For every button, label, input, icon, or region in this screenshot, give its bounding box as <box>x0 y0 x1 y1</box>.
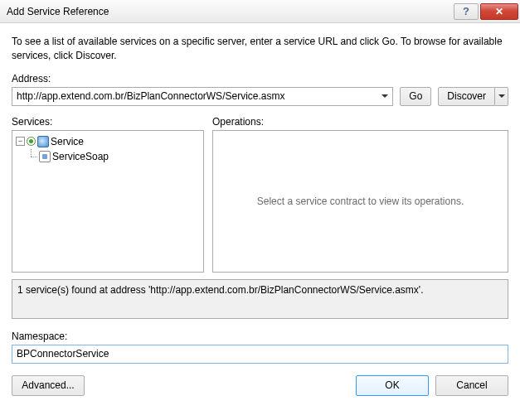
discover-button-label: Discover <box>447 90 486 102</box>
go-button[interactable]: Go <box>400 87 431 106</box>
chevron-down-icon <box>498 94 505 98</box>
address-dropdown-button[interactable] <box>377 88 392 105</box>
namespace-label: Namespace: <box>12 331 508 342</box>
status-text: 1 service(s) found at address 'http://ap… <box>17 284 423 296</box>
discover-dropdown-button[interactable] <box>495 87 508 106</box>
chevron-down-icon <box>381 94 388 98</box>
window-title: Add Service Reference <box>7 6 452 17</box>
close-button[interactable]: ✕ <box>480 3 518 20</box>
status-box: 1 service(s) found at address 'http://ap… <box>12 279 508 319</box>
ok-button[interactable]: OK <box>356 375 429 396</box>
help-button[interactable]: ? <box>454 3 479 20</box>
go-button-label: Go <box>409 90 422 102</box>
dialog-content: To see a list of available services on a… <box>0 23 520 406</box>
cancel-button-label: Cancel <box>456 379 487 391</box>
tree-expander-icon[interactable]: − <box>16 137 25 146</box>
tree-node-label: ServiceSoap <box>52 151 109 162</box>
close-icon: ✕ <box>495 6 503 17</box>
panes-row: Services: − Service ServiceSoap Operatio… <box>12 116 508 273</box>
endpoint-icon <box>39 151 51 162</box>
operations-placeholder: Select a service contract to view its op… <box>216 134 504 268</box>
services-label: Services: <box>12 116 204 128</box>
service-icon <box>37 136 49 147</box>
tree-node-service[interactable]: − Service <box>16 134 200 149</box>
namespace-input[interactable] <box>12 345 508 364</box>
services-tree[interactable]: − Service ServiceSoap <box>12 130 204 273</box>
services-column: Services: − Service ServiceSoap <box>12 116 204 273</box>
address-label: Address: <box>12 73 508 84</box>
advanced-button-label: Advanced... <box>22 379 74 391</box>
discover-split-button[interactable]: Discover <box>438 87 508 106</box>
address-input[interactable] <box>12 88 377 105</box>
advanced-button[interactable]: Advanced... <box>12 375 85 396</box>
ok-button-label: OK <box>385 379 399 391</box>
address-row: Go Discover <box>12 87 508 106</box>
address-combo[interactable] <box>12 87 393 106</box>
footer-row: Advanced... OK Cancel <box>12 375 508 396</box>
tree-connector-icon <box>27 149 37 164</box>
operations-label: Operations: <box>212 116 508 128</box>
discover-button[interactable]: Discover <box>438 87 495 106</box>
tree-node-servicesoap[interactable]: ServiceSoap <box>16 149 200 164</box>
operations-list[interactable]: Select a service contract to view its op… <box>212 130 508 273</box>
radio-selected-icon <box>27 137 36 146</box>
operations-column: Operations: Select a service contract to… <box>212 116 508 273</box>
tree-node-label: Service <box>51 136 84 147</box>
cancel-button[interactable]: Cancel <box>435 375 508 396</box>
title-bar: Add Service Reference ? ✕ <box>0 0 520 23</box>
intro-text: To see a list of available services on a… <box>12 35 508 63</box>
